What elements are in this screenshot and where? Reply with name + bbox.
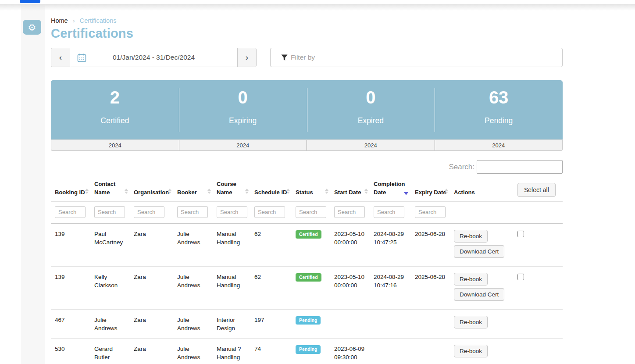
stat-label: Expired: [358, 116, 384, 125]
stat-label: Pending: [485, 116, 513, 125]
cell-actions: Re-book: [450, 339, 514, 364]
column-search-input-completion-date[interactable]: [374, 206, 404, 218]
sort-arrows-icon: [125, 189, 128, 194]
column-header-completion-date[interactable]: Completion Date: [370, 177, 411, 201]
sort-arrows-icon: [325, 189, 328, 194]
row-checkbox[interactable]: [517, 274, 524, 280]
sort-arrows-icon: [286, 189, 290, 194]
sort-arrows-icon: [445, 189, 448, 194]
column-header-label: Booking ID: [55, 189, 85, 196]
re-book-button[interactable]: Re-book: [454, 273, 488, 285]
stat-tile-expiring[interactable]: 0Expiring: [179, 80, 307, 139]
date-prev-button[interactable]: [51, 48, 70, 67]
column-header-label: Course Name: [217, 181, 236, 196]
column-header-booking-id[interactable]: Booking ID: [51, 177, 90, 201]
column-header-actions: Actions: [450, 177, 514, 201]
column-header-booker[interactable]: Booker: [173, 177, 213, 201]
row-checkbox[interactable]: [517, 231, 524, 237]
table-body: 139Paul McCartneyZaraJulie AndrewsManual…: [51, 223, 563, 364]
download-cert-button[interactable]: Download Cert: [454, 288, 504, 301]
column-header-organisation[interactable]: Organisation: [130, 177, 173, 201]
stat-tile-pending[interactable]: 63Pending: [435, 80, 563, 139]
column-search-cell-status: [292, 201, 330, 223]
chevron-right-icon: [73, 17, 75, 24]
cell-schedule-id: 74: [250, 339, 292, 364]
filter-input[interactable]: [271, 48, 562, 67]
settings-gear-icon[interactable]: [23, 20, 41, 35]
stat-year-pending[interactable]: 2024: [435, 140, 563, 150]
sort-down-icon: [364, 192, 368, 194]
cell-start-date: 2023-06-09 09:30:00: [330, 339, 370, 364]
re-book-button[interactable]: Re-book: [454, 316, 488, 328]
breadcrumb-current: Certifications: [80, 17, 117, 24]
column-search-input-booking-id[interactable]: [55, 206, 86, 218]
stat-value: 0: [366, 89, 375, 106]
date-range-display[interactable]: 01/Jan/2024 - 31/Dec/2024: [70, 48, 237, 67]
column-header-label: Status: [296, 189, 313, 196]
column-header-label: Booker: [177, 189, 197, 196]
date-next-button[interactable]: [237, 48, 256, 67]
status-badge: Pending: [296, 316, 321, 325]
main-content: Home Certifications Certifications: [51, 17, 563, 364]
status-badge: Pending: [296, 345, 321, 354]
column-search-cell-actions: [450, 201, 514, 223]
cell-actions: Re-book: [450, 309, 514, 338]
sort-down-icon: [168, 192, 171, 194]
column-search-input-booker[interactable]: [177, 206, 208, 218]
column-search-input-contact-name[interactable]: [94, 206, 125, 218]
column-header-schedule-id[interactable]: Schedule ID: [250, 177, 292, 201]
re-book-button[interactable]: Re-book: [454, 345, 488, 357]
stat-tile-expired[interactable]: 0Expired: [307, 80, 435, 139]
column-header-course-name[interactable]: Course Name: [213, 177, 250, 201]
column-search-input-start-date[interactable]: [334, 206, 365, 218]
cell-expiry-date: [411, 339, 450, 364]
cell-expiry-date: 2025-06-28: [411, 223, 450, 266]
column-header-label: Completion Date: [374, 181, 405, 196]
cell-completion-date: 2024-08-29 10:47:16: [370, 266, 411, 309]
global-search-input[interactable]: [477, 160, 563, 174]
column-search-input-schedule-id[interactable]: [254, 206, 285, 218]
column-search-input-course-name[interactable]: [217, 206, 247, 218]
search-label: Search:: [449, 163, 474, 171]
column-header-start-date[interactable]: Start Date: [330, 177, 370, 201]
cell-select: [514, 266, 563, 309]
cell-organisation: Zara: [130, 223, 173, 266]
topbar-blue-button[interactable]: [20, 0, 40, 3]
sort-down-icon: [245, 192, 249, 194]
column-header-contact-name[interactable]: Contact Name: [90, 177, 130, 201]
column-search-input-organisation[interactable]: [134, 206, 164, 218]
download-cert-button[interactable]: Download Cert: [454, 245, 504, 258]
re-book-button[interactable]: Re-book: [454, 230, 488, 243]
breadcrumb: Home Certifications: [51, 17, 563, 24]
select-all-button[interactable]: Select all: [517, 183, 556, 197]
cell-select: [514, 339, 563, 364]
filter-box: [270, 48, 563, 67]
top-bar: [0, 0, 635, 4]
stat-tile-certified[interactable]: 2Certified: [51, 80, 179, 139]
global-search-row: Search:: [51, 160, 563, 174]
sort-up-icon: [286, 189, 290, 191]
column-search-cell-start-date: [330, 201, 370, 223]
sort-up-icon: [125, 189, 128, 191]
sort-desc-icon: [404, 192, 408, 195]
column-search-input-expiry-date[interactable]: [415, 206, 446, 218]
column-search-cell-contact-name: [90, 201, 130, 223]
cell-booking-id: 530: [51, 339, 90, 364]
table-row: 530Gerard ButlerZaraJulie AndrewsManual …: [51, 339, 563, 364]
breadcrumb-home-link[interactable]: Home: [51, 17, 68, 24]
column-header-label: Start Date: [334, 189, 361, 196]
sort-down-icon: [325, 192, 328, 194]
column-search-input-status[interactable]: [296, 206, 326, 218]
cell-schedule-id: 62: [250, 223, 292, 266]
stat-year-expired[interactable]: 2024: [307, 140, 435, 150]
cell-booking-id: 139: [51, 223, 90, 266]
column-header-expiry-date[interactable]: Expiry Date: [411, 177, 450, 201]
sort-up-icon: [207, 189, 211, 191]
cell-organisation: Zara: [130, 309, 173, 338]
stat-year-certified[interactable]: 2024: [51, 140, 179, 150]
sort-up-icon: [85, 189, 89, 191]
stat-year-expiring[interactable]: 2024: [179, 140, 307, 150]
sort-down-icon: [207, 192, 211, 194]
column-header-status[interactable]: Status: [292, 177, 330, 201]
cell-start-date: [330, 309, 370, 338]
